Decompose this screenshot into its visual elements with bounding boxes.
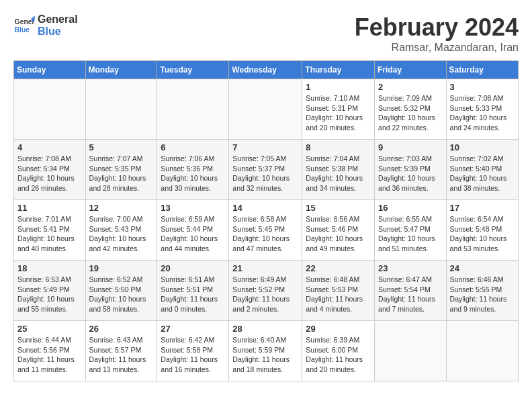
weekday-header: Saturday <box>446 61 518 79</box>
calendar-week-row: 4Sunrise: 7:08 AMSunset: 5:34 PMDaylight… <box>14 140 519 200</box>
day-number: 29 <box>306 324 371 334</box>
day-info: Sunrise: 6:44 AMSunset: 5:56 PMDaylight:… <box>17 335 82 375</box>
day-number: 23 <box>378 263 443 273</box>
calendar-cell: 4Sunrise: 7:08 AMSunset: 5:34 PMDaylight… <box>14 140 86 200</box>
day-info: Sunrise: 7:08 AMSunset: 5:33 PMDaylight:… <box>450 93 515 133</box>
day-info: Sunrise: 7:08 AMSunset: 5:34 PMDaylight:… <box>17 154 82 193</box>
day-info: Sunrise: 6:46 AMSunset: 5:55 PMDaylight:… <box>450 275 515 314</box>
day-info: Sunrise: 6:52 AMSunset: 5:50 PMDaylight:… <box>89 275 154 314</box>
day-info: Sunrise: 7:02 AMSunset: 5:40 PMDaylight:… <box>450 154 515 193</box>
weekday-header: Tuesday <box>157 61 229 79</box>
day-number: 8 <box>306 142 371 152</box>
location-title: Ramsar, Mazandaran, Iran <box>355 42 519 54</box>
calendar-cell: 10Sunrise: 7:02 AMSunset: 5:40 PMDayligh… <box>446 140 518 200</box>
day-info: Sunrise: 6:53 AMSunset: 5:49 PMDaylight:… <box>17 275 82 314</box>
day-info: Sunrise: 6:59 AMSunset: 5:44 PMDaylight:… <box>161 214 225 254</box>
day-number: 12 <box>89 203 154 213</box>
day-number: 2 <box>378 82 443 92</box>
calendar-cell: 13Sunrise: 6:59 AMSunset: 5:44 PMDayligh… <box>157 200 229 261</box>
weekday-header: Wednesday <box>229 61 302 79</box>
day-info: Sunrise: 6:49 AMSunset: 5:52 PMDaylight:… <box>232 275 298 314</box>
weekday-header: Monday <box>85 61 157 79</box>
calendar-cell: 18Sunrise: 6:53 AMSunset: 5:49 PMDayligh… <box>14 261 86 321</box>
calendar-cell: 24Sunrise: 6:46 AMSunset: 5:55 PMDayligh… <box>446 261 518 321</box>
calendar-cell <box>446 321 518 381</box>
day-info: Sunrise: 7:04 AMSunset: 5:38 PMDaylight:… <box>306 154 371 193</box>
calendar-table: SundayMondayTuesdayWednesdayThursdayFrid… <box>13 60 519 381</box>
day-number: 1 <box>306 82 371 92</box>
day-info: Sunrise: 6:51 AMSunset: 5:51 PMDaylight:… <box>161 275 225 314</box>
day-number: 6 <box>161 142 225 152</box>
calendar-cell: 20Sunrise: 6:51 AMSunset: 5:51 PMDayligh… <box>157 261 229 321</box>
day-number: 14 <box>232 203 298 213</box>
day-number: 7 <box>232 142 298 152</box>
calendar-cell <box>157 79 229 140</box>
calendar-cell <box>375 321 447 381</box>
title-area: February 2024 Ramsar, Mazandaran, Iran <box>355 13 519 54</box>
day-info: Sunrise: 6:40 AMSunset: 5:59 PMDaylight:… <box>232 335 298 375</box>
day-number: 24 <box>450 263 515 273</box>
day-number: 18 <box>17 263 82 273</box>
logo: General Blue General Blue <box>13 13 78 37</box>
svg-text:Blue: Blue <box>15 26 30 33</box>
calendar-cell: 2Sunrise: 7:09 AMSunset: 5:32 PMDaylight… <box>375 79 447 140</box>
logo-general: General <box>38 13 78 26</box>
day-info: Sunrise: 7:03 AMSunset: 5:39 PMDaylight:… <box>378 154 443 193</box>
weekday-header-row: SundayMondayTuesdayWednesdayThursdayFrid… <box>14 61 519 79</box>
day-number: 21 <box>232 263 298 273</box>
day-info: Sunrise: 6:55 AMSunset: 5:47 PMDaylight:… <box>378 214 443 254</box>
day-number: 4 <box>17 142 82 152</box>
calendar-week-row: 1Sunrise: 7:10 AMSunset: 5:31 PMDaylight… <box>14 79 519 140</box>
logo-blue: Blue <box>38 26 78 38</box>
calendar-cell: 8Sunrise: 7:04 AMSunset: 5:38 PMDaylight… <box>302 140 375 200</box>
day-number: 9 <box>378 142 443 152</box>
day-info: Sunrise: 6:47 AMSunset: 5:54 PMDaylight:… <box>378 275 443 314</box>
calendar-cell: 21Sunrise: 6:49 AMSunset: 5:52 PMDayligh… <box>229 261 302 321</box>
day-info: Sunrise: 6:43 AMSunset: 5:57 PMDaylight:… <box>89 335 154 375</box>
day-number: 5 <box>89 142 154 152</box>
day-info: Sunrise: 6:48 AMSunset: 5:53 PMDaylight:… <box>306 275 371 314</box>
calendar-cell: 27Sunrise: 6:42 AMSunset: 5:58 PMDayligh… <box>157 321 229 381</box>
day-number: 25 <box>17 324 82 334</box>
weekday-header: Friday <box>375 61 447 79</box>
day-number: 20 <box>161 263 225 273</box>
day-info: Sunrise: 6:42 AMSunset: 5:58 PMDaylight:… <box>161 335 225 375</box>
calendar-cell <box>229 79 302 140</box>
calendar-cell: 16Sunrise: 6:55 AMSunset: 5:47 PMDayligh… <box>375 200 447 261</box>
day-number: 13 <box>161 203 225 213</box>
calendar-cell: 15Sunrise: 6:56 AMSunset: 5:46 PMDayligh… <box>302 200 375 261</box>
calendar-week-row: 25Sunrise: 6:44 AMSunset: 5:56 PMDayligh… <box>14 321 519 381</box>
day-number: 27 <box>161 324 225 334</box>
day-info: Sunrise: 7:06 AMSunset: 5:36 PMDaylight:… <box>161 154 225 193</box>
weekday-header: Thursday <box>302 61 375 79</box>
day-number: 22 <box>306 263 371 273</box>
day-info: Sunrise: 7:09 AMSunset: 5:32 PMDaylight:… <box>378 93 443 133</box>
day-info: Sunrise: 6:54 AMSunset: 5:48 PMDaylight:… <box>450 214 515 254</box>
calendar-cell: 11Sunrise: 7:01 AMSunset: 5:41 PMDayligh… <box>14 200 86 261</box>
day-info: Sunrise: 6:56 AMSunset: 5:46 PMDaylight:… <box>306 214 371 254</box>
calendar-cell: 1Sunrise: 7:10 AMSunset: 5:31 PMDaylight… <box>302 79 375 140</box>
day-number: 28 <box>232 324 298 334</box>
day-info: Sunrise: 7:00 AMSunset: 5:43 PMDaylight:… <box>89 214 154 254</box>
calendar-cell: 22Sunrise: 6:48 AMSunset: 5:53 PMDayligh… <box>302 261 375 321</box>
calendar-cell: 14Sunrise: 6:58 AMSunset: 5:45 PMDayligh… <box>229 200 302 261</box>
calendar-cell: 25Sunrise: 6:44 AMSunset: 5:56 PMDayligh… <box>14 321 86 381</box>
calendar-cell: 26Sunrise: 6:43 AMSunset: 5:57 PMDayligh… <box>85 321 157 381</box>
logo-icon: General Blue <box>13 15 35 36</box>
calendar-cell: 23Sunrise: 6:47 AMSunset: 5:54 PMDayligh… <box>375 261 447 321</box>
day-number: 10 <box>450 142 515 152</box>
day-info: Sunrise: 7:07 AMSunset: 5:35 PMDaylight:… <box>89 154 154 193</box>
day-number: 17 <box>450 203 515 213</box>
month-title: February 2024 <box>355 13 519 42</box>
day-info: Sunrise: 7:01 AMSunset: 5:41 PMDaylight:… <box>17 214 82 254</box>
day-number: 15 <box>306 203 371 213</box>
calendar-cell: 29Sunrise: 6:39 AMSunset: 6:00 PMDayligh… <box>302 321 375 381</box>
day-number: 3 <box>450 82 515 92</box>
day-info: Sunrise: 6:58 AMSunset: 5:45 PMDaylight:… <box>232 214 298 254</box>
day-info: Sunrise: 6:39 AMSunset: 6:00 PMDaylight:… <box>306 335 371 375</box>
calendar-cell: 5Sunrise: 7:07 AMSunset: 5:35 PMDaylight… <box>85 140 157 200</box>
page-header: General Blue General Blue February 2024 … <box>13 13 519 54</box>
calendar-cell: 6Sunrise: 7:06 AMSunset: 5:36 PMDaylight… <box>157 140 229 200</box>
calendar-cell: 28Sunrise: 6:40 AMSunset: 5:59 PMDayligh… <box>229 321 302 381</box>
calendar-cell: 17Sunrise: 6:54 AMSunset: 5:48 PMDayligh… <box>446 200 518 261</box>
